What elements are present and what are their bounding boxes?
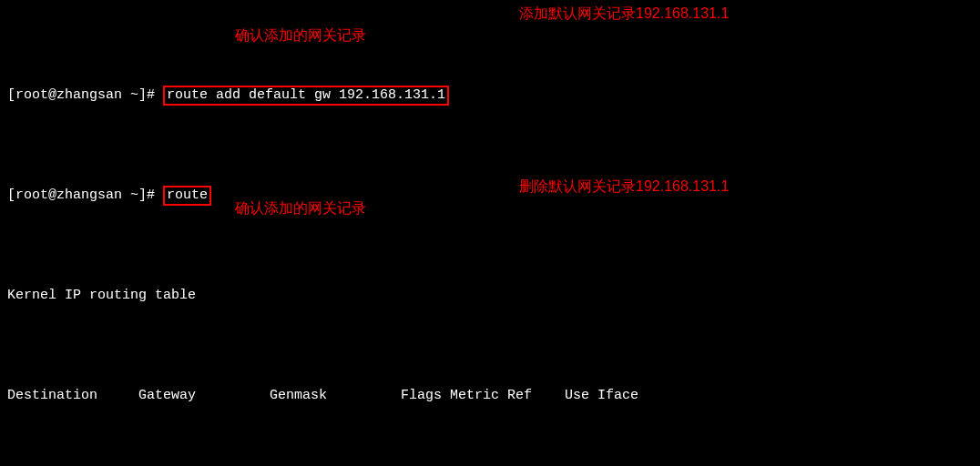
annotation-add: 添加默认网关记录192.168.131.1 (519, 4, 729, 24)
annotation-confirm1: 确认添加的网关记录 (235, 25, 366, 46)
routing-table-header: Destination Gateway Genmask Flags Metric… (7, 386, 973, 406)
annotation-del: 删除默认网关记录192.168.131.1 (519, 177, 729, 197)
prompt: [root@zhangsan ~]# (7, 87, 163, 103)
shell-line: [root@zhangsan ~]# route (7, 186, 973, 206)
command-route: route (163, 186, 211, 206)
command-add-route: route add default gw 192.168.131.1 (163, 86, 449, 106)
prompt: [root@zhangsan ~]# (7, 187, 163, 203)
routing-table-title: Kernel IP routing table (7, 286, 973, 306)
terminal-output[interactable]: [root@zhangsan ~]# route add default gw … (0, 0, 980, 466)
shell-line: [root@zhangsan ~]# route add default gw … (7, 86, 973, 106)
annotation-confirm2: 确认添加的网关记录 (235, 198, 366, 218)
